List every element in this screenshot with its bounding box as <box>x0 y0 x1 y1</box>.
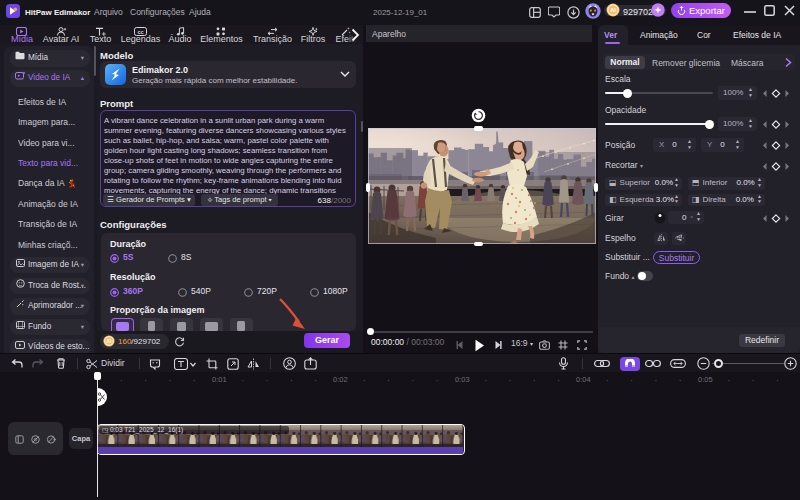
svg-text:AI: AI <box>610 7 616 13</box>
svg-text:AI: AI <box>106 339 111 344</box>
